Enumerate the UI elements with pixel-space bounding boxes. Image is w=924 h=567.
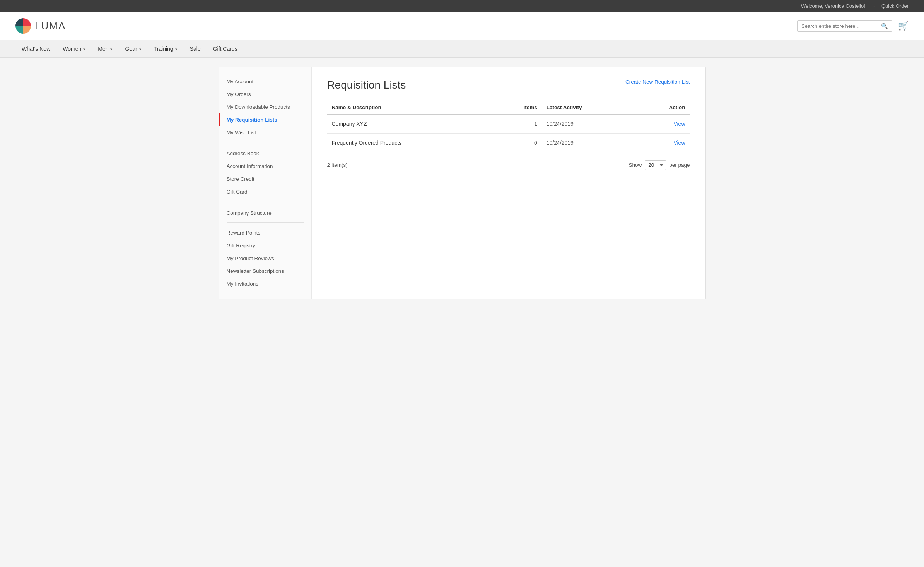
nav-chevron-icon: ∨ (110, 47, 113, 51)
sidebar-item-gift-card[interactable]: Gift Card (219, 185, 311, 198)
create-new-list-link[interactable]: Create New Requisition List (625, 79, 690, 85)
sidebar-item-reward-points[interactable]: Reward Points (219, 226, 311, 239)
nav-chevron-icon: ∨ (175, 47, 178, 51)
row-activity: 10/24/2019 (542, 134, 636, 152)
sidebar-item-my-invitations[interactable]: My Invitations (219, 278, 311, 290)
row-action: View (636, 134, 690, 152)
nav-chevron-icon: ∨ (139, 47, 142, 51)
sidebar-item-my-downloadable-products[interactable]: My Downloadable Products (219, 101, 311, 113)
row-action: View (636, 115, 690, 134)
view-link[interactable]: View (673, 140, 685, 146)
page-wrapper: My AccountMy OrdersMy Downloadable Produ… (219, 67, 706, 299)
nav-item-women[interactable]: Women∨ (56, 40, 92, 57)
header-right: 🔍 🛒 (797, 20, 909, 32)
search-icon[interactable]: 🔍 (881, 23, 888, 29)
main-nav: What's NewWomen∨Men∨Gear∨Training∨SaleGi… (0, 40, 924, 58)
row-items: 0 (494, 134, 542, 152)
row-name: Company XYZ (327, 115, 494, 134)
nav-item-gear[interactable]: Gear∨ (119, 40, 147, 57)
sidebar-divider-1 (227, 143, 304, 143)
row-items: 1 (494, 115, 542, 134)
logo-text: LUMA (35, 20, 66, 32)
nav-chevron-icon: ∨ (83, 47, 85, 51)
welcome-chevron: ⌄ (872, 4, 875, 8)
row-name: Frequently Ordered Products (327, 134, 494, 152)
page-header: Requisition Lists Create New Requisition… (327, 79, 690, 91)
col-header-activity: Latest Activity (542, 101, 636, 115)
nav-item-training[interactable]: Training∨ (148, 40, 184, 57)
sidebar-section-company: Company Structure (219, 206, 311, 218)
sidebar-item-my-wish-list[interactable]: My Wish List (219, 126, 311, 139)
search-input[interactable] (801, 23, 879, 29)
table-row: Company XYZ110/24/2019View (327, 115, 690, 134)
sidebar-item-my-product-reviews[interactable]: My Product Reviews (219, 252, 311, 265)
sidebar-item-store-credit[interactable]: Store Credit (219, 173, 311, 185)
main-content: Requisition Lists Create New Requisition… (312, 67, 705, 299)
page-title: Requisition Lists (327, 79, 406, 91)
sidebar-item-account-information[interactable]: Account Information (219, 160, 311, 173)
nav-item-what's-new[interactable]: What's New (15, 40, 56, 57)
requisition-table: Name & Description Items Latest Activity… (327, 101, 690, 152)
logo-area: LUMA (15, 18, 66, 34)
nav-item-sale[interactable]: Sale (184, 40, 207, 57)
items-count: 2 Item(s) (327, 162, 348, 168)
table-footer: 2 Item(s) Show 102050100 per page (327, 160, 690, 170)
sidebar-item-newsletter-subscriptions[interactable]: Newsletter Subscriptions (219, 265, 311, 278)
sidebar-item-my-requisition-lists[interactable]: My Requisition Lists (219, 113, 311, 126)
search-box[interactable]: 🔍 (797, 20, 892, 32)
sidebar-item-address-book[interactable]: Address Book (219, 147, 311, 160)
table-header-row: Name & Description Items Latest Activity… (327, 101, 690, 115)
nav-item-men[interactable]: Men∨ (92, 40, 119, 57)
per-page-select[interactable]: 102050100 (645, 160, 666, 170)
sidebar-item-gift-registry[interactable]: Gift Registry (219, 239, 311, 252)
sidebar-divider-3 (227, 222, 304, 223)
cart-icon[interactable]: 🛒 (898, 21, 909, 31)
header: LUMA 🔍 🛒 (0, 12, 924, 40)
table-row: Frequently Ordered Products010/24/2019Vi… (327, 134, 690, 152)
view-link[interactable]: View (673, 121, 685, 127)
sidebar: My AccountMy OrdersMy Downloadable Produ… (219, 67, 312, 299)
col-header-items: Items (494, 101, 542, 115)
nav-item-gift-cards[interactable]: Gift Cards (207, 40, 244, 57)
row-activity: 10/24/2019 (542, 115, 636, 134)
show-label: Show (629, 162, 642, 168)
sidebar-divider-2 (227, 202, 304, 202)
sidebar-item-my-orders[interactable]: My Orders (219, 88, 311, 101)
col-header-name: Name & Description (327, 101, 494, 115)
per-page-label: per page (669, 162, 690, 168)
sidebar-item-my-account[interactable]: My Account (219, 75, 311, 88)
quick-order-link[interactable]: Quick Order (881, 3, 909, 9)
per-page-area: Show 102050100 per page (629, 160, 690, 170)
col-header-action: Action (636, 101, 690, 115)
top-bar: Welcome, Veronica Costello! ⌄ Quick Orde… (0, 0, 924, 12)
welcome-text: Welcome, Veronica Costello! (801, 3, 865, 9)
logo-icon (15, 18, 31, 34)
